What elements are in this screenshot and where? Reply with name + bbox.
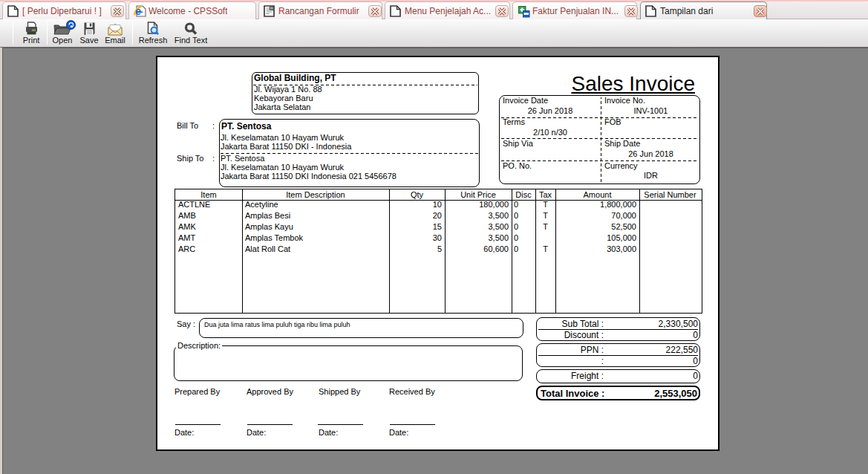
svg-text:e: e [135,5,141,17]
